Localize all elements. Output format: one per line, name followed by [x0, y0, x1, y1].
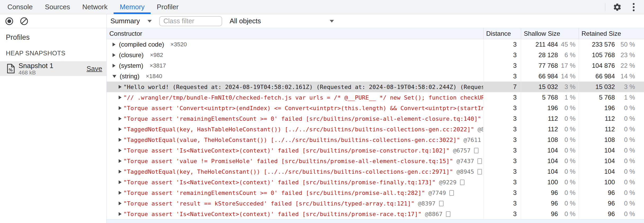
- retained-size-percent: 0 %: [615, 115, 644, 122]
- table-row[interactable]: "Torque assert 'remainingElementsCount >…: [107, 113, 644, 124]
- retained-size-percent: 50 %: [615, 41, 644, 48]
- table-row[interactable]: "TaggedNotEqual(value, TheHoleConstant()…: [107, 135, 644, 145]
- expand-arrow-icon[interactable]: [113, 43, 115, 46]
- constructor-cell: "Torque assert 'Is<NativeContext>(contex…: [107, 177, 483, 188]
- expand-arrow-icon[interactable]: [119, 180, 122, 184]
- retained-size-cell: 104 0 %: [579, 156, 644, 166]
- expand-arrow-icon[interactable]: [119, 212, 122, 216]
- string-value-wrap: "Torque assert 'value != PromiseHole' fa…: [123, 158, 482, 164]
- class-filter-input[interactable]: [159, 16, 222, 26]
- object-id: @7437: [457, 158, 474, 164]
- settings-gear-icon[interactable]: [613, 3, 622, 12]
- expand-arrow-icon[interactable]: [119, 117, 122, 121]
- perspective-select[interactable]: Summary: [107, 17, 155, 25]
- link-icon[interactable]: [446, 211, 450, 217]
- shallow-size-cell: 196 0 %: [521, 103, 579, 113]
- expand-arrow-icon[interactable]: [119, 85, 122, 89]
- string-value-wrap: "Hello world! (Requested at: 2024-08-19T…: [123, 84, 483, 90]
- expand-arrow-icon[interactable]: [119, 106, 122, 110]
- three-dot-menu-icon[interactable]: [629, 3, 638, 12]
- table-row[interactable]: "Torque assert 'result == kStoreSucceded…: [107, 198, 644, 209]
- shallow-size-value: 15 032: [521, 83, 558, 91]
- table-row[interactable]: "Torque assert 'Convert<uintptr>(endInde…: [107, 103, 644, 113]
- expand-arrow-icon[interactable]: [119, 191, 122, 195]
- column-header-shallow-size[interactable]: Shallow Size: [521, 28, 579, 39]
- expand-arrow-icon[interactable]: [119, 170, 122, 173]
- string-value-wrap: "TaggedNotEqual(value, TheHoleConstant()…: [123, 137, 481, 143]
- expand-arrow-icon[interactable]: [119, 138, 122, 142]
- tab-network[interactable]: Network: [76, 0, 114, 14]
- expand-arrow-icon[interactable]: [119, 127, 122, 131]
- table-row[interactable]: "Hello world! (Requested at: 2024-08-19T…: [107, 82, 644, 92]
- retained-size-cell: 104 876 22 %: [579, 60, 644, 71]
- distance-cell: 3: [483, 177, 521, 188]
- instance-count: ×1840: [146, 73, 162, 80]
- table-row[interactable]: "Torque assert 'Is<NativeContext>(contex…: [107, 209, 644, 219]
- link-icon[interactable]: [449, 190, 454, 196]
- column-header-constructor[interactable]: Constructor: [107, 28, 483, 39]
- sidebar-title: Profiles: [6, 33, 106, 42]
- table-row[interactable]: (compiled code) ×3520 3 211 484 45 % 233…: [107, 39, 644, 50]
- table-row[interactable]: (system) ×3817 3 77 768 17 % 104 876 22 …: [107, 60, 644, 71]
- constructor-cell: "TaggedNotEqual(key, TheHoleConstant()) …: [107, 166, 483, 177]
- shallow-size-percent: 0 %: [558, 136, 579, 144]
- record-heap-snapshot-icon[interactable]: [5, 17, 14, 26]
- retained-size-value: 96: [579, 189, 615, 197]
- link-icon[interactable]: [474, 148, 478, 153]
- expand-arrow-icon[interactable]: [119, 202, 122, 205]
- instance-count: ×982: [150, 52, 163, 59]
- column-header-retained-size[interactable]: Retained Size: [579, 28, 644, 39]
- constructor-cell: "Torque assert 'Convert<uintptr>(endInde…: [107, 103, 483, 113]
- table-row[interactable]: "Torque assert 'remainingElementsCount >…: [107, 188, 644, 198]
- retained-size-value: 66 984: [579, 73, 615, 80]
- table-row[interactable]: "TaggedNotEqual(key, TheHoleConstant()) …: [107, 166, 644, 177]
- shallow-size-cell: 112 0 %: [521, 124, 579, 135]
- expand-arrow-icon[interactable]: [113, 53, 115, 57]
- expand-arrow-icon[interactable]: [113, 64, 115, 68]
- expand-arrow-icon[interactable]: [119, 159, 122, 163]
- expand-arrow-icon[interactable]: [119, 96, 122, 99]
- table-row[interactable]: "Torque assert 'value != PromiseHole' fa…: [107, 156, 644, 166]
- string-value-wrap: "Torque assert 'Is<NativeContext>(contex…: [123, 211, 450, 217]
- retained-size-percent: 0 %: [615, 104, 644, 112]
- table-row[interactable]: "Torque assert 'Is<NativeContext>(contex…: [107, 145, 644, 156]
- tab-memory[interactable]: Memory: [114, 0, 151, 14]
- retained-size-value: 112: [579, 115, 615, 122]
- column-header-distance[interactable]: Distance: [483, 28, 521, 39]
- retained-size-percent: 3 %: [615, 83, 644, 91]
- clear-profiles-icon[interactable]: [20, 17, 29, 26]
- table-row[interactable]: (string) ×1840 3 66 984 14 % 66 984 14 %: [107, 71, 644, 82]
- string-value-wrap: "Torque assert 'remainingElementsCount >…: [123, 115, 481, 122]
- constructor-group-name: (system): [119, 62, 143, 69]
- tab-console[interactable]: Console: [1, 0, 39, 14]
- link-icon[interactable]: [477, 158, 482, 164]
- link-icon[interactable]: [439, 201, 444, 206]
- table-row[interactable]: "// .wrangler/tmp/bundle-FmNIt0/checked-…: [107, 92, 644, 103]
- tab-sources[interactable]: Sources: [39, 0, 76, 14]
- table-row[interactable]: "TaggedNotEqual(key, HashTableHoleConsta…: [107, 124, 644, 135]
- devtools-memory-panel: Console Sources Network Memory Profiler: [0, 0, 644, 223]
- sidebar-item-snapshot-1[interactable]: % Snapshot 1 468 kB Save: [0, 61, 106, 76]
- expand-arrow-icon[interactable]: [113, 75, 116, 78]
- shallow-size-value: 96: [521, 200, 558, 207]
- objects-filter-select[interactable]: All objects: [226, 17, 337, 25]
- table-row[interactable]: "Torque assert 'Is<NativeContext>(contex…: [107, 177, 644, 188]
- tab-profiler[interactable]: Profiler: [151, 0, 185, 14]
- object-id: @8: [478, 126, 483, 133]
- retained-size-value: 105 768: [579, 51, 615, 59]
- shallow-size-cell: 96 0 %: [521, 198, 579, 209]
- retained-size-percent: 0 %: [615, 136, 644, 144]
- link-icon[interactable]: [477, 169, 482, 175]
- table-row[interactable]: (closure) ×982 3 28 128 6 % 105 768 23 %: [107, 50, 644, 60]
- shallow-size-value: 96: [521, 210, 558, 218]
- shallow-size-value: 112: [521, 126, 558, 133]
- expand-arrow-icon[interactable]: [119, 149, 122, 152]
- constructor-cell: "Torque assert 'Is<NativeContext>(contex…: [107, 145, 483, 156]
- distance-cell: 3: [483, 166, 521, 177]
- object-id: @9229: [439, 179, 457, 186]
- link-icon[interactable]: [460, 180, 464, 185]
- constructor-cell: "// .wrangler/tmp/bundle-FmNIt0/checked-…: [107, 92, 483, 103]
- save-snapshot-link[interactable]: Save: [87, 65, 102, 73]
- retained-size-value: 100: [579, 179, 615, 186]
- shallow-size-value: 28 128: [521, 51, 558, 59]
